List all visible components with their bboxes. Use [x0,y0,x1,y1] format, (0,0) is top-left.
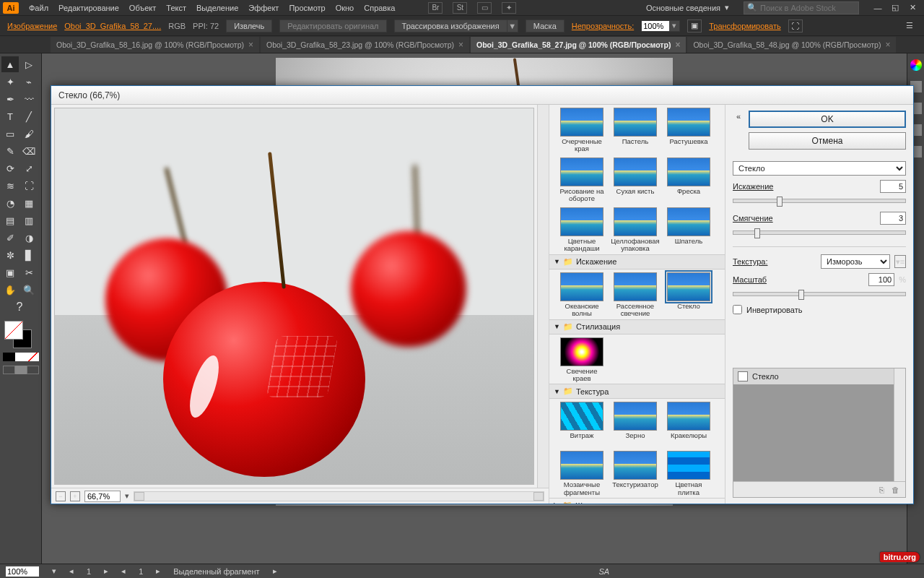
preview-hscroll[interactable] [134,491,544,501]
thumb-craquelure[interactable]: Кракелюры [665,402,712,447]
stock-search[interactable]: 🔍 [744,1,859,14]
tab-0[interactable]: Oboi_3D_Grafika_58_16.jpg @ 100% (RGB/Пр… [51,37,259,53]
mask-button[interactable]: Маска [526,20,565,33]
effect-layer-item[interactable]: Стекло [733,368,894,384]
scale-slider[interactable] [733,292,906,296]
scale-input[interactable] [868,273,894,286]
thumb-dry-brush[interactable]: Сухая кисть [611,158,659,203]
current-filter-select[interactable]: Стекло [733,161,906,176]
smoothness-input[interactable] [880,212,906,225]
shaper-tool[interactable]: ✎ [1,143,19,159]
status-zoom-input[interactable] [6,566,39,577]
ctrl-filename[interactable]: Oboi_3D_Grafika_58_27.... [64,22,161,30]
workspace-switcher[interactable]: Основные сведения▾ [642,3,733,12]
extract-button[interactable]: Извлечь [226,20,272,33]
menu-help[interactable]: Справка [364,4,395,12]
thumb-diffuse-glow[interactable]: Рассеянное свечение [611,272,659,318]
invert-checkbox[interactable]: Инвертировать [733,305,906,314]
thumb-plastic-wrap[interactable]: Целлофановая упаковка [611,207,659,253]
window-close[interactable]: ✕ [904,1,921,14]
smoothness-slider[interactable] [733,230,906,235]
transform-label[interactable]: Трансформировать [709,22,781,30]
image-trace-dropdown[interactable]: Трассировка изображения ▼ [394,20,518,33]
eyedropper-tool[interactable]: ✐ [1,230,19,246]
texture-flyout-icon[interactable]: ▾≡ [894,255,906,268]
menu-object[interactable]: Объект [129,4,156,12]
screen-mode-strip[interactable] [3,366,39,374]
shape-builder-tool[interactable]: ◔ [1,195,19,211]
width-tool[interactable]: ≋ [1,178,19,194]
collapse-gallery-icon[interactable]: « [733,111,744,150]
lasso-tool[interactable]: ⌁ [20,74,38,90]
thumb-colored-pencils[interactable]: Цветные карандаши [558,207,606,253]
graph-tool[interactable]: ▊ [20,247,38,263]
gpu-icon[interactable]: ✦ [502,2,516,14]
edit-original-button[interactable]: Редактировать оригинал [279,20,386,33]
delete-effect-layer-icon[interactable]: 🗑 [892,486,899,494]
texture-select[interactable]: Изморозь [821,254,890,269]
zoom-in-icon[interactable]: + [70,491,80,501]
distortion-slider[interactable] [733,199,906,203]
free-transform-tool[interactable]: ⛶ [20,178,38,194]
thumb-texturizer[interactable]: Текстуризатор [611,451,659,496]
thumb-grain[interactable]: Зерно [611,402,659,447]
tab-3[interactable]: Oboi_3D_Grafika_58_48.jpg @ 100% (RGB/Пр… [687,37,896,53]
menu-edit[interactable]: Редактирование [58,4,119,12]
group-texture[interactable]: ▼📁Текстура [549,384,725,399]
thumb-palette-knife[interactable]: Шпатель [665,207,712,253]
group-stylize[interactable]: ▼📁Стилизация [549,319,725,335]
fill-stroke-swatch[interactable] [1,321,38,350]
paintbrush-tool[interactable]: 🖌 [20,126,38,142]
line-tool[interactable]: ╱ [20,108,38,124]
opacity-field[interactable]: ▾ [641,20,680,32]
preview-zoom-input[interactable] [84,491,121,502]
draw-mode-strip[interactable] [3,353,39,361]
tab-1[interactable]: Oboi_3D_Grafika_58_23.jpg @ 100% (RGB/Пр… [261,37,469,53]
stock-icon[interactable]: St [453,2,467,14]
menu-window[interactable]: Окно [336,4,354,12]
visibility-icon[interactable] [738,371,748,381]
blend-tool[interactable]: ◑ [20,230,38,246]
menu-file[interactable]: Файл [29,4,48,12]
opacity-input[interactable] [642,21,669,31]
menu-text[interactable]: Текст [166,4,186,12]
zoom-tool[interactable]: 🔍 [20,282,38,298]
group-distortion[interactable]: ▼📁Искажение [549,254,725,269]
stock-search-input[interactable] [760,4,855,12]
ok-button[interactable]: OK [749,111,906,128]
mesh-tool[interactable]: ▤ [1,212,19,228]
rectangle-tool[interactable]: ▭ [1,126,19,142]
scale-tool[interactable]: ⤢ [20,160,38,176]
distortion-input[interactable] [880,180,906,193]
chevron-down-icon[interactable]: ▾ [125,491,129,501]
cancel-button[interactable]: Отмена [749,132,906,150]
thumb-patchwork[interactable]: Цветная плитка [665,451,712,496]
slice-tool[interactable]: ✂ [20,264,38,280]
color-panel-icon[interactable] [910,59,922,71]
preview-vscroll[interactable] [537,105,549,488]
thumb-fresco[interactable]: Фреска [665,158,712,203]
close-icon[interactable]: × [675,40,680,50]
window-minimize[interactable]: — [869,1,886,14]
perspective-tool[interactable]: ▦ [20,195,38,211]
thumb-pastel[interactable]: Пастель [611,108,659,153]
thumb-edge-glow[interactable]: Свечение краев [558,337,606,383]
filter-gallery[interactable]: Очерченные края Пастель Растушевка Рисов… [549,105,725,504]
tab-2[interactable]: Oboi_3D_Grafika_58_27.jpg @ 100% (RGB/Пр… [471,37,686,53]
hand-tool[interactable]: ✋ [1,282,19,298]
thumb-ocean-ripple[interactable]: Океанские волны [558,272,606,318]
close-icon[interactable]: × [458,40,463,50]
curvature-tool[interactable]: 〰 [20,91,38,107]
close-icon[interactable]: × [885,40,890,50]
thumb-outlined-edges[interactable]: Очерченные края [558,108,606,153]
eraser-tool[interactable]: ⌫ [20,143,38,159]
menu-select[interactable]: Выделение [196,4,238,12]
filter-preview[interactable] [54,108,534,485]
thumb-glass[interactable]: Стекло [665,272,712,318]
close-icon[interactable]: × [248,40,253,50]
menu-effect[interactable]: Эффект [248,4,279,12]
magic-wand-tool[interactable]: ✦ [1,74,19,90]
window-maximize[interactable]: ◱ [886,1,904,14]
crop-icon[interactable]: ▣ [687,20,702,33]
symbol-sprayer-tool[interactable]: ✼ [1,247,19,263]
